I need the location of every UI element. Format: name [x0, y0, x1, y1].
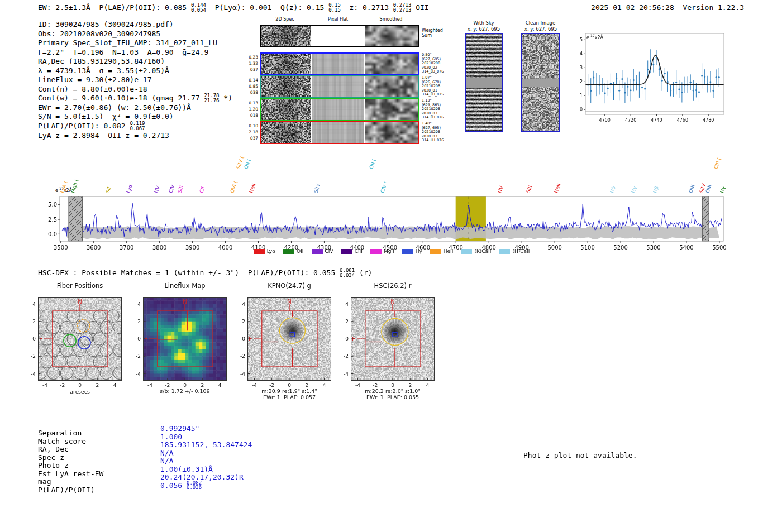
clean-image-coords: x, y: 627, 695 — [518, 26, 563, 32]
info-line: LineFlux = 9.30(±2.80)e-17 — [38, 75, 232, 85]
spec2d-col-header-1: 2D Spec — [260, 17, 310, 22]
x-tick-label: -2 — [58, 382, 68, 388]
y-tick-label: 2 — [130, 319, 141, 324]
elixer-detection-report: EW: 2.5±1.3Å P(LAE)/P(OII): 0.085 0.1440… — [0, 0, 782, 532]
lineflux-map-title: Lineflux Map — [143, 282, 227, 290]
y-tick-label: 0 — [337, 336, 349, 342]
smoothed-image — [365, 54, 418, 74]
legend-item: CIV — [312, 248, 333, 254]
panel-caption: EWr: 1. PLAE: 0.057 — [242, 394, 337, 400]
x-tick-label: 0 — [284, 382, 294, 388]
y-tick-label: 4 — [25, 301, 36, 307]
legend-swatch — [461, 249, 472, 254]
emission-line-label: SiIV — [313, 183, 321, 194]
spec2d-image-strip — [260, 98, 419, 121]
spec2d-row — [247, 25, 449, 47]
emission-line-label: NV — [154, 185, 161, 194]
y-tick-label: 4 — [234, 301, 245, 307]
x-tick-label: -4 — [145, 382, 155, 388]
x-tick-label: 2 — [405, 382, 415, 388]
x-tick-label: 0 — [75, 382, 85, 388]
x-tick-label: 4 — [320, 382, 330, 388]
legend-label: CIII — [355, 248, 363, 254]
panel-caption: m:20.9 re:1.9" s:1.4" — [242, 388, 337, 394]
kpno-g-cutout — [247, 297, 331, 381]
x-tick-label: 2 — [302, 382, 312, 388]
pixel-flat-image — [312, 99, 364, 120]
with-sky-coords: x, y: 627, 695 — [461, 26, 506, 32]
legend-swatch — [254, 249, 265, 254]
y-tick-label: 4 — [337, 301, 349, 307]
legend-label: (K)CaII — [474, 248, 491, 254]
spec2d-image-strip — [260, 25, 419, 47]
pixel-flat-blank — [312, 26, 364, 46]
spec2d-row: 0.102.180371.48"(627, 695)20210208v020_0… — [247, 121, 449, 144]
legend-swatch — [430, 249, 441, 254]
spec2d-image-strip — [260, 52, 419, 75]
smoothed-image — [365, 76, 418, 97]
y-tick-label: 0 — [234, 336, 245, 342]
match-label: Spec z — [38, 453, 103, 462]
emission-line-label: SiIV — [698, 183, 707, 194]
x-tick-label: 2 — [92, 382, 102, 388]
match-value: 185.931152, 53.847424 — [160, 440, 252, 449]
emission-line-label: SII — [105, 186, 112, 194]
emission-line-label: Hγ — [719, 185, 727, 194]
x-tick-label: 4 — [215, 382, 225, 388]
spec2d-fiber-info: 1.48"(627, 695)20210208v020_03314_LU_076 — [422, 122, 444, 143]
spec2d-image-strip — [260, 121, 419, 144]
spec2d-weight-labels: 0.102.18037 — [247, 123, 258, 141]
x-tick-label: -2 — [370, 382, 380, 388]
emission-line-label: CIII ( — [713, 157, 722, 170]
fraction-stack: 0.0810.034 — [340, 268, 355, 277]
smoothed-image — [365, 26, 418, 46]
clean-image-title: Clean Image — [521, 20, 560, 26]
line-fit-ylabel: e-17x2Å — [586, 33, 603, 40]
match-value: 20.24(20.17,20.32)R — [160, 473, 252, 481]
phot-z-note: Phot z plot not available. — [523, 451, 637, 459]
emission-line-label: CIV ( — [379, 180, 388, 194]
fraction-stack: 0.150.15 — [328, 3, 341, 12]
x-tick-label: 4 — [110, 382, 120, 388]
match-value: N/A — [160, 449, 252, 457]
info-line: P(LAE)/P(OII): 0.082 0.1190.067 — [38, 122, 232, 131]
y-tick-label: -2 — [25, 353, 36, 359]
emission-line-label: HeII — [554, 183, 562, 194]
emission-line-label: OII ( — [243, 158, 251, 170]
legend-item: (H)CaII — [499, 248, 530, 254]
legend-swatch — [402, 249, 413, 254]
y-tick-label: 0 — [25, 336, 36, 342]
spec2d-row: 0.231.320370.50"(627, 695)20210208v020_0… — [247, 52, 449, 75]
legend-swatch — [283, 249, 294, 254]
y-tick-label: -2 — [130, 353, 141, 359]
legend-swatch — [370, 249, 382, 254]
match-label: Est LyA rest-EW — [38, 469, 103, 478]
emission-line-label: SiIV ( — [235, 156, 245, 170]
spec2d-col-header-2: Pixel Flat — [312, 17, 364, 22]
smoothed-image — [365, 99, 418, 120]
legend-swatch — [341, 249, 352, 254]
fraction-stack: 0.27130.2713 — [393, 3, 412, 12]
legend-label: CIV — [325, 248, 333, 254]
info-line: F=2.2" T=0.196 N̄=1.03 A=0.90 ḡ=24.9 — [38, 48, 232, 57]
spec2d-image — [261, 54, 311, 74]
line-fit-plot — [576, 28, 724, 126]
emission-line-label: Hγ — [631, 185, 638, 194]
with-sky-image — [466, 34, 502, 131]
with-sky-title: With Sky — [465, 20, 503, 26]
spec2d-weight-labels: 0.131.20018 — [247, 100, 258, 118]
legend-label: HeII — [444, 248, 454, 254]
main-spectrum-ylabel: e-17x2Å — [55, 186, 72, 193]
legend-item: MgII — [370, 248, 394, 254]
legend-label: Hγ — [416, 248, 422, 254]
emission-line-label: SiII — [177, 185, 184, 194]
emission-line-label: OIII — [705, 184, 713, 194]
spec2d-image — [261, 26, 311, 46]
spec2d-row: 0.131.200181.13"(629, 863)20210208v020_0… — [247, 98, 449, 121]
x-tick-label: -4 — [40, 382, 50, 388]
emission-line-label: NV — [497, 185, 504, 194]
x-tick-label: -4 — [250, 382, 260, 388]
fraction-stack: 0.0820.036 — [187, 481, 202, 490]
lineflux-map-cutout — [143, 297, 227, 381]
match-label: Photo z — [38, 461, 103, 469]
